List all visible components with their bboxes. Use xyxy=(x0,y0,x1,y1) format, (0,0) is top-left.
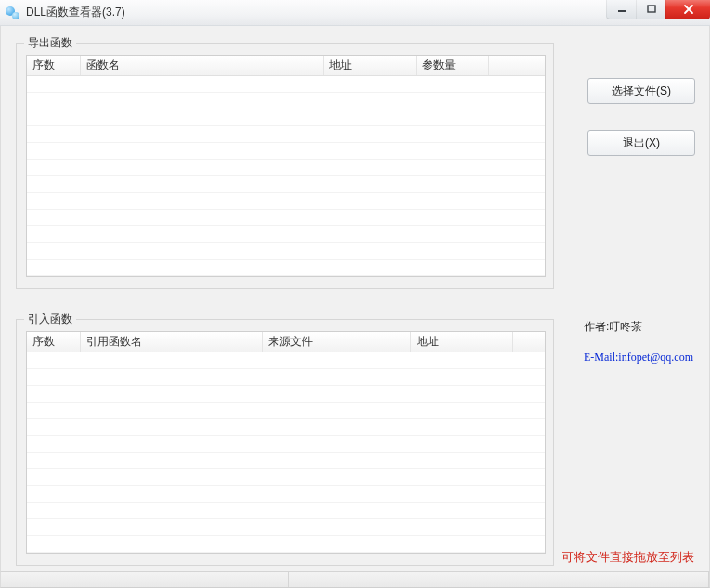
exit-button[interactable]: 退出(X) xyxy=(587,130,695,156)
author-label: 作者:叮咚茶 xyxy=(584,319,642,335)
import-table-body[interactable] xyxy=(27,352,545,555)
import-table[interactable]: 序数 引用函数名 来源文件 地址 xyxy=(26,331,546,554)
table-row xyxy=(27,93,545,109)
table-row xyxy=(27,386,545,403)
client-area: 导出函数 序数 函数名 地址 参数量 xyxy=(0,26,710,571)
table-row xyxy=(27,503,545,519)
table-row xyxy=(27,453,545,469)
export-col-addr[interactable]: 地址 xyxy=(324,56,417,75)
export-col-seq[interactable]: 序数 xyxy=(27,56,81,75)
table-row xyxy=(27,419,545,436)
minimize-button[interactable] xyxy=(606,0,636,19)
svg-rect-1 xyxy=(648,6,655,12)
export-legend: 导出函数 xyxy=(24,35,76,51)
table-row xyxy=(27,352,545,369)
table-row xyxy=(27,143,545,160)
table-row xyxy=(27,403,545,419)
minimize-icon xyxy=(617,5,626,14)
status-pane-2 xyxy=(289,572,709,587)
export-table-body[interactable] xyxy=(27,76,545,278)
maximize-button[interactable] xyxy=(636,0,665,19)
table-row xyxy=(27,176,545,193)
import-col-seq[interactable]: 序数 xyxy=(27,332,81,352)
import-col-addr[interactable]: 地址 xyxy=(411,332,513,352)
import-col-spacer[interactable] xyxy=(513,332,545,352)
window-title: DLL函数查看器(3.7) xyxy=(26,5,125,20)
status-bar xyxy=(0,571,710,588)
export-group: 导出函数 序数 函数名 地址 参数量 xyxy=(16,43,554,289)
export-table-header: 序数 函数名 地址 参数量 xyxy=(27,56,545,76)
export-table[interactable]: 序数 函数名 地址 参数量 xyxy=(26,55,546,277)
title-bar: DLL函数查看器(3.7) xyxy=(0,0,710,26)
table-row xyxy=(27,226,545,243)
import-legend: 引入函数 xyxy=(24,312,76,327)
email-label: E-Mail:infopet@qq.com xyxy=(584,351,693,364)
table-row xyxy=(27,126,545,143)
table-row xyxy=(27,469,545,486)
table-row xyxy=(27,369,545,386)
drag-hint-label: 可将文件直接拖放至列表 xyxy=(562,549,694,566)
close-icon xyxy=(683,4,694,15)
import-col-source[interactable]: 来源文件 xyxy=(263,332,411,352)
table-row xyxy=(27,436,545,453)
export-col-spacer[interactable] xyxy=(489,56,545,75)
table-row xyxy=(27,160,545,176)
export-col-name[interactable]: 函数名 xyxy=(81,56,324,75)
window-controls xyxy=(606,0,710,19)
maximize-icon xyxy=(647,5,656,14)
close-button[interactable] xyxy=(665,0,710,19)
import-table-header: 序数 引用函数名 来源文件 地址 xyxy=(27,332,545,352)
table-row xyxy=(27,210,545,226)
table-row xyxy=(27,260,545,276)
table-row xyxy=(27,193,545,210)
table-row xyxy=(27,536,545,553)
status-pane-1 xyxy=(1,572,289,587)
select-file-button[interactable]: 选择文件(S) xyxy=(587,78,695,104)
import-col-name[interactable]: 引用函数名 xyxy=(81,332,263,352)
table-row xyxy=(27,76,545,93)
export-col-params[interactable]: 参数量 xyxy=(417,56,489,75)
table-row xyxy=(27,486,545,503)
table-row xyxy=(27,243,545,260)
svg-rect-0 xyxy=(618,10,626,12)
import-group: 引入函数 序数 引用函数名 来源文件 地址 xyxy=(16,319,554,566)
table-row xyxy=(27,109,545,126)
table-row xyxy=(27,519,545,536)
app-icon xyxy=(6,6,20,20)
